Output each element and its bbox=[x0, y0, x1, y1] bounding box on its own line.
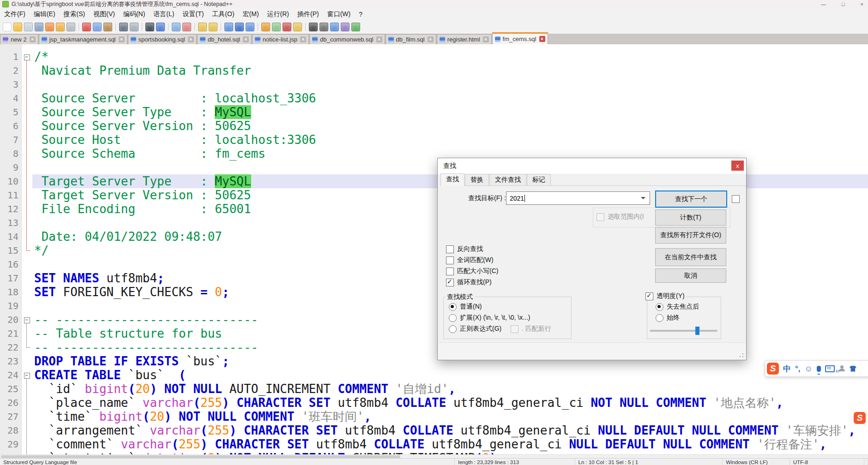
find-icon[interactable] bbox=[145, 23, 154, 31]
ime-punctuation-icon[interactable]: °, bbox=[795, 365, 801, 373]
tab-close-icon[interactable]: × bbox=[188, 36, 194, 42]
find-all-current-button[interactable]: 在当前文件中查找 bbox=[655, 248, 726, 266]
lose-focus-row[interactable]: 失去焦点后 bbox=[656, 303, 699, 311]
paste-icon[interactable] bbox=[103, 23, 112, 31]
ime-skin-icon[interactable] bbox=[850, 366, 856, 372]
tab-close-icon[interactable]: × bbox=[119, 36, 125, 42]
tab-jsp_taskmanagement.sql[interactable]: jsp_taskmanagement.sql× bbox=[39, 34, 127, 44]
ime-profile-icon[interactable]: 17 bbox=[839, 365, 845, 372]
tab-sportsbooking.sql[interactable]: sportsbooking.sql× bbox=[128, 34, 197, 44]
tab-close-icon[interactable]: × bbox=[30, 36, 36, 42]
resize-grip-icon[interactable] bbox=[739, 353, 744, 358]
find-next-button[interactable]: 查找下一个 bbox=[655, 191, 727, 208]
zoom-out-icon[interactable] bbox=[182, 23, 191, 31]
wrap-around-checkbox[interactable] bbox=[446, 279, 454, 286]
slider-thumb[interactable] bbox=[695, 327, 699, 335]
tab-close-icon[interactable]: × bbox=[243, 36, 249, 42]
undo-icon[interactable] bbox=[119, 23, 128, 31]
run-multiple-icon[interactable] bbox=[351, 23, 360, 31]
wrap-around-row[interactable]: 循环查找(P) bbox=[446, 278, 492, 286]
menu-item-10[interactable]: 运行(R) bbox=[263, 8, 293, 20]
tab-close-icon[interactable]: × bbox=[428, 36, 434, 42]
tab-close-icon[interactable]: × bbox=[539, 36, 545, 42]
dialog-tab-3[interactable]: 文件查找 bbox=[489, 174, 526, 185]
tab-close-icon[interactable]: × bbox=[376, 36, 382, 42]
dialog-tab-4[interactable]: 标记 bbox=[527, 174, 551, 185]
doc-map-icon[interactable] bbox=[272, 23, 281, 31]
print-icon[interactable] bbox=[66, 23, 75, 31]
function-list-icon[interactable] bbox=[283, 23, 291, 31]
transparency-checkbox[interactable] bbox=[645, 292, 653, 300]
ime-keyboard-icon[interactable] bbox=[825, 365, 835, 372]
match-case-checkbox[interactable] bbox=[446, 268, 454, 275]
chevron-down-icon[interactable] bbox=[641, 197, 645, 199]
open-folder-icon[interactable] bbox=[13, 23, 22, 31]
mode-normal-radio[interactable] bbox=[449, 303, 457, 311]
always-radio[interactable] bbox=[656, 314, 663, 322]
zoom-in-icon[interactable] bbox=[172, 23, 181, 31]
mode-regex-row[interactable]: 正则表达式(G) bbox=[449, 325, 501, 333]
dialog-title-bar[interactable]: 查找 bbox=[438, 158, 746, 174]
menu-item-4[interactable]: 视图(V) bbox=[89, 8, 119, 20]
sogou-float-icon[interactable]: S bbox=[854, 412, 866, 424]
sogou-logo-icon[interactable]: S bbox=[767, 363, 779, 375]
match-case-row[interactable]: 匹配大小写(C) bbox=[446, 267, 498, 275]
cut-icon[interactable] bbox=[82, 23, 91, 31]
save-all-icon[interactable] bbox=[35, 23, 43, 31]
redo-icon[interactable] bbox=[130, 23, 139, 31]
transparency-slider[interactable] bbox=[650, 330, 717, 332]
ime-mic-icon[interactable] bbox=[817, 366, 821, 372]
whole-word-checkbox[interactable] bbox=[446, 256, 454, 264]
show-all-characters-icon[interactable] bbox=[235, 23, 244, 31]
mode-normal-row[interactable]: 普通(N) bbox=[449, 303, 482, 311]
save-macro-icon[interactable] bbox=[341, 23, 350, 31]
transparency-row[interactable]: 透明度(Y) bbox=[644, 292, 686, 300]
record-macro-icon[interactable] bbox=[309, 23, 318, 31]
tab-fm_cems.sql[interactable]: fm_cems.sql× bbox=[492, 32, 548, 44]
tab-new-2[interactable]: new 2× bbox=[0, 34, 38, 44]
menu-item-1[interactable]: 文件(F) bbox=[0, 8, 30, 20]
sync-vertical-icon[interactable] bbox=[198, 23, 207, 31]
word-wrap-icon[interactable] bbox=[224, 23, 233, 31]
mode-extended-row[interactable]: 扩展(X) (\n, \r, \t, \0, \x...) bbox=[449, 314, 530, 322]
tab-register.html[interactable]: register.html× bbox=[437, 34, 492, 44]
cancel-button[interactable]: 取消 bbox=[655, 268, 726, 283]
menu-item-11[interactable]: 插件(P) bbox=[293, 8, 323, 20]
find-target-input[interactable]: 2021 bbox=[506, 191, 650, 205]
tab-db_film.sql[interactable]: db_film.sql× bbox=[386, 34, 436, 44]
tab-close-icon[interactable]: × bbox=[483, 36, 489, 42]
ime-emoji-icon[interactable]: ☺ bbox=[805, 365, 813, 373]
find-all-open-button[interactable]: 查找所有打开文件(O) bbox=[655, 227, 726, 244]
ime-language-icon[interactable]: 中 bbox=[783, 365, 791, 373]
menu-item-8[interactable]: 工具(O) bbox=[208, 8, 238, 20]
backward-checkbox[interactable] bbox=[446, 245, 454, 253]
tab-db_commonweb.sql[interactable]: db_commonweb.sql× bbox=[309, 34, 385, 44]
always-row[interactable]: 始终 bbox=[656, 314, 680, 322]
tab-notice-list.jsp[interactable]: notice-list.jsp× bbox=[252, 34, 309, 44]
indent-guide-icon[interactable] bbox=[246, 23, 254, 31]
user-defined-dialog-icon[interactable] bbox=[261, 23, 270, 31]
close-file-icon[interactable] bbox=[45, 23, 54, 31]
count-button[interactable]: 计数(T) bbox=[655, 209, 726, 226]
menu-item-9[interactable]: 宏(M) bbox=[239, 8, 263, 20]
menu-item-6[interactable]: 语言(L) bbox=[149, 8, 178, 20]
dialog-close-button[interactable]: x bbox=[731, 161, 744, 171]
close-icon[interactable]: × bbox=[861, 1, 863, 7]
dialog-tab-2[interactable]: 替换 bbox=[465, 174, 489, 185]
close-all-icon[interactable] bbox=[56, 23, 65, 31]
menu-item-3[interactable]: 搜索(S) bbox=[60, 8, 90, 20]
minimize-icon[interactable]: — bbox=[821, 1, 826, 7]
sync-horizontal-icon[interactable] bbox=[209, 23, 217, 31]
menu-item-7[interactable]: 设置(T) bbox=[178, 8, 208, 20]
menu-item-12[interactable]: 窗口(W) bbox=[323, 8, 355, 20]
menu-item-5[interactable]: 编码(N) bbox=[119, 8, 149, 20]
stop-macro-icon[interactable] bbox=[319, 23, 328, 31]
copy-icon[interactable] bbox=[93, 23, 102, 31]
play-macro-icon[interactable] bbox=[330, 23, 339, 31]
save-icon[interactable] bbox=[24, 23, 33, 31]
menu-item-13[interactable]: ? bbox=[355, 8, 367, 20]
tab-db_hotel.sql[interactable]: db_hotel.sql× bbox=[197, 34, 252, 44]
mode-extended-radio[interactable] bbox=[449, 314, 457, 322]
swap-direction-checkbox[interactable] bbox=[732, 195, 740, 203]
new-file-icon[interactable] bbox=[3, 23, 12, 31]
